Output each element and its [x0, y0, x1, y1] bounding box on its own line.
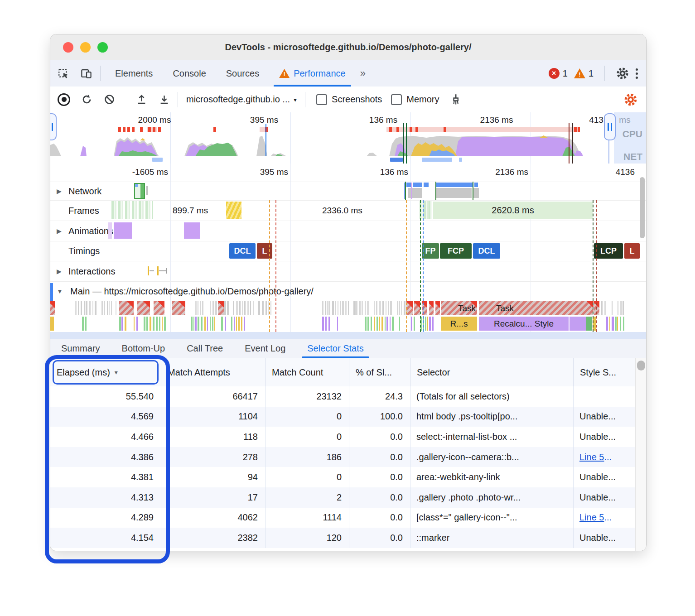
- timing-marker-l2[interactable]: L: [624, 243, 640, 259]
- header-percent-slow[interactable]: % of Sl...: [349, 358, 410, 386]
- flame-chart-scroll-strip[interactable]: [50, 332, 646, 339]
- table-row[interactable]: 4.56911040100.0html body .ps-tooltip[po.…: [50, 407, 636, 427]
- header-match-attempts[interactable]: Match Attempts: [161, 358, 265, 386]
- tab-event-log[interactable]: Event Log: [234, 339, 296, 358]
- more-tabs-button[interactable]: »: [356, 67, 370, 79]
- main-flame-chart[interactable]: Task Task R...s Recalcu... Style: [50, 301, 646, 332]
- timing-marker-dcl[interactable]: DCL: [229, 243, 256, 259]
- load-profile-button[interactable]: [132, 91, 150, 109]
- dashed-marker: [275, 200, 276, 332]
- tab-performance[interactable]: ! Performance: [269, 60, 356, 87]
- frames-strip[interactable]: [420, 201, 432, 219]
- header-elapsed[interactable]: Elapsed (ms): [50, 358, 161, 386]
- broom-icon: [449, 93, 462, 106]
- task-bar[interactable]: Task: [479, 301, 594, 315]
- tab-selector-stats[interactable]: Selector Stats: [296, 339, 375, 358]
- time-ruler: -1605 ms 395 ms 136 ms 2136 ms 4136: [50, 164, 646, 182]
- style-sheet-link[interactable]: Line 5: [579, 452, 604, 462]
- reload-and-record-button[interactable]: [77, 91, 96, 109]
- expand-interactions-icon[interactable]: [57, 268, 62, 275]
- device-toolbar-button[interactable]: [77, 64, 96, 83]
- settings-button[interactable]: [613, 64, 632, 83]
- animation-block[interactable]: [108, 222, 112, 239]
- collect-garbage-button[interactable]: [446, 91, 464, 109]
- table-row[interactable]: 4.3131720.0.gallery .photo .photo-wr...U…: [50, 487, 636, 508]
- track-main-header[interactable]: Main — https://microsoftedge.github.io/D…: [50, 281, 646, 301]
- minimize-button[interactable]: [80, 42, 91, 53]
- error-count[interactable]: 1: [563, 68, 568, 79]
- timing-marker-dcl2[interactable]: DCL: [473, 243, 500, 259]
- timing-marker-fcp[interactable]: FCP: [440, 243, 472, 259]
- overview-right-shade: CPU NET: [614, 112, 646, 164]
- animation-block[interactable]: [114, 222, 132, 239]
- table-scrollbar[interactable]: [635, 358, 646, 551]
- save-profile-button[interactable]: [155, 91, 173, 109]
- capture-settings-button[interactable]: [622, 91, 640, 109]
- table-row[interactable]: 4.46611800.0select:-internal-list-box ..…: [50, 427, 636, 447]
- overview-time-label: 2136 ms: [480, 115, 513, 125]
- table-row[interactable]: 55.540664172313224.3(Totals for all sele…: [50, 386, 636, 407]
- memory-checkbox[interactable]: [391, 94, 402, 105]
- frame-duration: 2336.0 ms: [322, 206, 362, 216]
- recalculate-style-bar[interactable]: Recalcu... Style: [479, 317, 569, 331]
- inspect-cursor-icon: [58, 67, 69, 79]
- expand-network-icon[interactable]: [57, 188, 62, 195]
- record-button[interactable]: [55, 91, 73, 109]
- table-scrollbar-thumb[interactable]: [637, 361, 645, 371]
- more-options-button[interactable]: [636, 68, 638, 79]
- left-window-handle[interactable]: [50, 113, 57, 140]
- download-icon: [158, 93, 170, 106]
- table-row[interactable]: 4.15423821200.0::markerUnable...: [50, 528, 636, 548]
- separator: [178, 92, 178, 107]
- style-sheet-link[interactable]: Line 5: [579, 512, 604, 523]
- table-row[interactable]: 4.3862781860.0.gallery-icon--camera::b..…: [50, 447, 636, 467]
- overview-marker: [569, 123, 570, 164]
- warning-count-icon[interactable]: !: [574, 68, 585, 78]
- interaction-whisker[interactable]: [148, 266, 149, 275]
- animation-block[interactable]: [184, 222, 200, 239]
- dashed-marker: [420, 200, 421, 332]
- clear-button[interactable]: [100, 91, 118, 109]
- collapse-main-icon[interactable]: [57, 288, 63, 295]
- tab-summary[interactable]: Summary: [50, 339, 111, 358]
- tab-elements[interactable]: Elements: [105, 60, 163, 87]
- interaction-whisker[interactable]: [157, 266, 159, 275]
- timeline-overview[interactable]: 2000 ms 395 ms 136 ms 2136 ms 413 ms: [50, 112, 646, 164]
- timing-marker-lcp[interactable]: LCP: [594, 243, 623, 259]
- warning-count[interactable]: 1: [589, 68, 594, 79]
- timing-marker-fp[interactable]: FP: [422, 243, 439, 259]
- zoom-button[interactable]: [97, 42, 108, 53]
- expand-animations-icon[interactable]: [57, 227, 62, 235]
- partial-frame-block[interactable]: [226, 202, 241, 219]
- error-count-icon[interactable]: ×: [549, 68, 560, 79]
- profile-history-select[interactable]: microsoftedge.github.io ...: [186, 94, 297, 105]
- selector-stats-table: Elapsed (ms) Match Attempts Match Count …: [50, 358, 646, 551]
- overview-marker: [265, 124, 266, 156]
- tab-call-tree[interactable]: Call Tree: [176, 339, 234, 358]
- run-microtasks-bar[interactable]: R...s: [441, 317, 477, 331]
- table-row[interactable]: 4.3819400.0area:-webkit-any-linkUnable..…: [50, 467, 636, 487]
- frames-strip[interactable]: [111, 201, 153, 219]
- network-request[interactable]: [134, 183, 145, 199]
- task-bar[interactable]: Task: [441, 301, 477, 315]
- separator: [305, 92, 305, 107]
- tab-console[interactable]: Console: [163, 60, 216, 87]
- tab-bottom-up[interactable]: Bottom-Up: [111, 339, 176, 358]
- tracks-scrollbar-thumb[interactable]: [640, 177, 645, 238]
- screenshots-label: Screenshots: [332, 94, 382, 105]
- track-timings: Timings DCL L FP FCP DCL LCP L: [50, 241, 646, 261]
- close-button[interactable]: [63, 42, 73, 53]
- header-selector[interactable]: Selector: [410, 358, 574, 386]
- table-row[interactable]: 4.289406211140.0[class*=" gallery-icon--…: [50, 508, 636, 528]
- screen: DevTools - microsoftedge.github.io/Demos…: [0, 0, 695, 616]
- screenshots-checkbox[interactable]: [316, 94, 327, 105]
- traffic-lights: [63, 34, 108, 60]
- inspect-element-button[interactable]: [54, 64, 73, 83]
- gear-icon-active: [623, 92, 638, 107]
- tab-sources[interactable]: Sources: [216, 60, 269, 87]
- header-style-sheet[interactable]: Style S...: [574, 358, 636, 386]
- long-frame-block[interactable]: 2620.8 ms: [433, 202, 593, 219]
- header-match-count[interactable]: Match Count: [265, 358, 349, 386]
- right-window-handle[interactable]: [604, 113, 616, 140]
- overview-marker: [406, 123, 407, 164]
